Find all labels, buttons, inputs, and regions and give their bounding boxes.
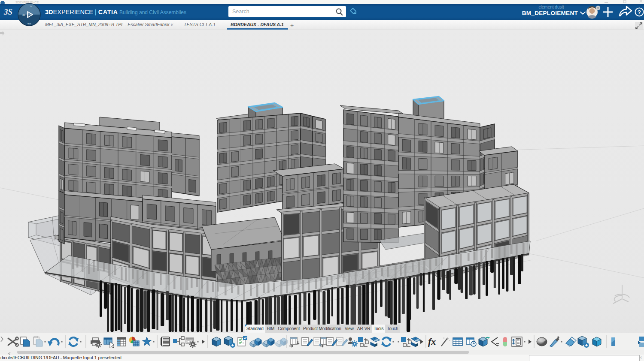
svg-text:3: 3 xyxy=(639,355,642,360)
svg-text:clement dusit: clement dusit xyxy=(539,5,564,9)
svg-text:fx: fx xyxy=(428,336,436,347)
svg-text:Yr: Yr xyxy=(30,5,32,8)
svg-text:3S: 3S xyxy=(3,7,12,16)
svg-text:?: ? xyxy=(638,9,641,15)
svg-text:Search: Search xyxy=(232,9,249,15)
svg-text:BM_DEPLOIEMENT: BM_DEPLOIEMENT xyxy=(522,10,578,16)
svg-text:3D: 3D xyxy=(22,14,25,16)
svg-text:V.R: V.R xyxy=(27,22,31,25)
svg-text:3DEXPERIENCE | CATIA Building: 3DEXPERIENCE | CATIA Building and Civil … xyxy=(45,9,186,15)
